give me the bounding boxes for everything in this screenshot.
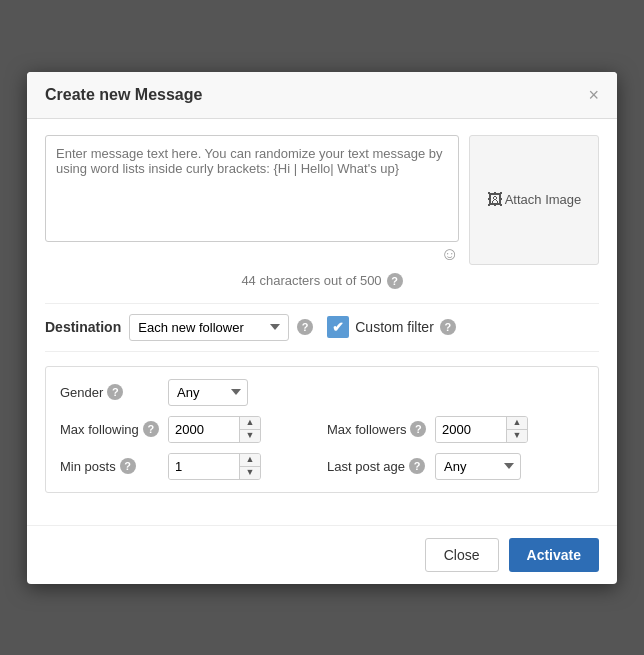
max-followers-up-button[interactable]: ▲ bbox=[507, 417, 527, 430]
last-post-age-label: Last post age ? bbox=[327, 458, 427, 474]
min-posts-up-button[interactable]: ▲ bbox=[240, 454, 260, 467]
min-posts-label: Min posts ? bbox=[60, 458, 160, 474]
last-post-age-select[interactable]: Any 1 day 1 week 1 month 3 months 6 mont… bbox=[435, 453, 521, 480]
gender-label: Gender ? bbox=[60, 384, 160, 400]
modal-title: Create new Message bbox=[45, 86, 202, 104]
last-post-age-col: Last post age ? Any 1 day 1 week 1 month… bbox=[327, 453, 584, 480]
message-area-wrapper: ☺ 🖼 Attach Image bbox=[45, 135, 599, 265]
min-posts-spinner: ▲ ▼ bbox=[168, 453, 261, 480]
modal-header: Create new Message × bbox=[27, 72, 617, 119]
last-post-age-help-icon[interactable]: ? bbox=[409, 458, 425, 474]
activate-button[interactable]: Activate bbox=[509, 538, 599, 572]
gender-col: Gender ? Any Male Female bbox=[60, 379, 584, 406]
close-button[interactable]: Close bbox=[425, 538, 499, 572]
destination-select[interactable]: Each new follower All followers New foll… bbox=[129, 314, 289, 341]
min-posts-help-icon[interactable]: ? bbox=[120, 458, 136, 474]
modal-body: ☺ 🖼 Attach Image 44 characters out of 50… bbox=[27, 119, 617, 525]
max-following-spinner: ▲ ▼ bbox=[168, 416, 261, 443]
max-following-input[interactable] bbox=[169, 417, 239, 442]
custom-filter-checkbox[interactable]: ✔ bbox=[327, 316, 349, 338]
destination-label: Destination bbox=[45, 319, 121, 335]
min-posts-input[interactable] bbox=[169, 454, 239, 479]
min-posts-spinner-col: ▲ ▼ bbox=[239, 454, 260, 479]
custom-filter-label: Custom filter bbox=[355, 319, 434, 335]
filter-box: Gender ? Any Male Female Max bbox=[45, 366, 599, 493]
destination-help-icon[interactable]: ? bbox=[297, 319, 313, 335]
gender-help-icon[interactable]: ? bbox=[107, 384, 123, 400]
destination-row: Destination Each new follower All follow… bbox=[45, 303, 599, 352]
attach-icon: 🖼 bbox=[487, 191, 503, 209]
message-textarea[interactable] bbox=[45, 135, 459, 242]
max-followers-help-icon[interactable]: ? bbox=[410, 421, 426, 437]
char-count-text: 44 characters out of 500 bbox=[241, 273, 381, 288]
modal: Create new Message × ☺ 🖼 Attach Image bbox=[27, 72, 617, 584]
max-followers-down-button[interactable]: ▼ bbox=[507, 430, 527, 442]
char-count-row: 44 characters out of 500 ? bbox=[45, 273, 599, 289]
max-following-down-button[interactable]: ▼ bbox=[240, 430, 260, 442]
max-followers-spinner: ▲ ▼ bbox=[435, 416, 528, 443]
checkmark-icon: ✔ bbox=[332, 319, 344, 335]
min-posts-down-button[interactable]: ▼ bbox=[240, 467, 260, 479]
gender-select[interactable]: Any Male Female bbox=[168, 379, 248, 406]
filter-maxfollowing-row: Max following ? ▲ ▼ M bbox=[60, 416, 584, 443]
attach-image-inner: 🖼 Attach Image bbox=[487, 191, 582, 209]
max-followers-label: Max followers ? bbox=[327, 421, 427, 437]
modal-close-button[interactable]: × bbox=[588, 86, 599, 104]
attach-label: Attach Image bbox=[505, 192, 582, 207]
modal-footer: Close Activate bbox=[27, 525, 617, 584]
overlay: Create new Message × ☺ 🖼 Attach Image bbox=[0, 0, 644, 655]
max-following-up-button[interactable]: ▲ bbox=[240, 417, 260, 430]
attach-image-box[interactable]: 🖼 Attach Image bbox=[469, 135, 599, 265]
custom-filter-wrap: ✔ Custom filter ? bbox=[327, 316, 456, 338]
filter-minposts-row: Min posts ? ▲ ▼ Last bbox=[60, 453, 584, 480]
max-following-help-icon[interactable]: ? bbox=[143, 421, 159, 437]
max-following-spinner-col: ▲ ▼ bbox=[239, 417, 260, 442]
min-posts-col: Min posts ? ▲ ▼ bbox=[60, 453, 317, 480]
max-followers-spinner-col: ▲ ▼ bbox=[506, 417, 527, 442]
max-followers-input[interactable] bbox=[436, 417, 506, 442]
max-followers-col: Max followers ? ▲ ▼ bbox=[327, 416, 584, 443]
custom-filter-help-icon[interactable]: ? bbox=[440, 319, 456, 335]
emoji-button[interactable]: ☺ bbox=[441, 244, 459, 265]
char-count-help-icon[interactable]: ? bbox=[387, 273, 403, 289]
max-following-label: Max following ? bbox=[60, 421, 160, 437]
max-following-col: Max following ? ▲ ▼ bbox=[60, 416, 317, 443]
filter-gender-row: Gender ? Any Male Female bbox=[60, 379, 584, 406]
